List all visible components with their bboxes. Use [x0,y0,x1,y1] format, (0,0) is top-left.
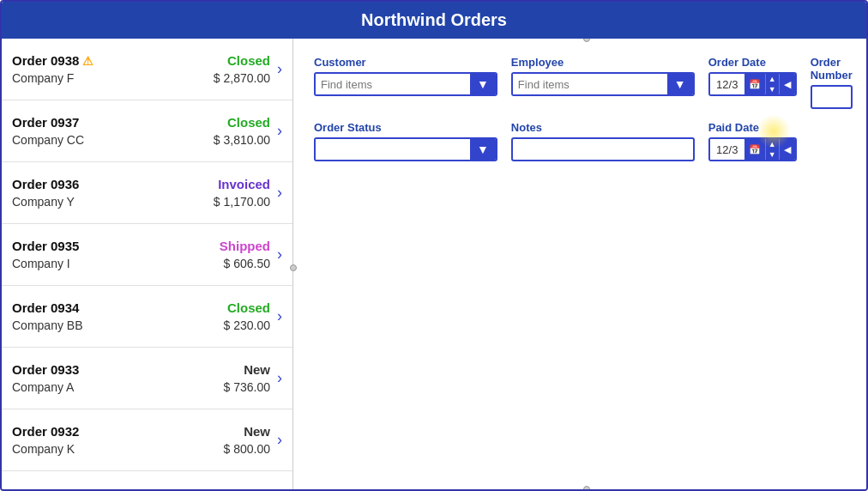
order-date-up[interactable]: ▲ [765,74,779,84]
paid-date-calendar-btn[interactable]: 📅 [744,139,765,160]
employee-field: Employee ▼ [511,56,695,109]
order-status: Closed [227,115,270,130]
main-content: Order 0938⚠ Closed Company F $ 2,870.00 … [2,39,866,489]
paid-date-up[interactable]: ▲ [765,139,779,149]
order-amount: $ 230.00 [224,318,271,332]
order-item[interactable]: Order 0938⚠ Closed Company F $ 2,870.00 … [2,39,292,100]
order-sub-row: Company K $ 800.00 [12,442,270,456]
order-date-label: Order Date [708,56,797,69]
order-company: Company A [12,380,74,394]
order-amount: $ 800.00 [224,442,271,456]
paid-date-field: Paid Date 📅 ▲ ▼ ◀ [708,121,797,161]
order-date-extra-btn[interactable]: ◀ [779,74,795,94]
order-status: Closed [227,300,270,315]
order-info: Order 0933 New Company A $ 736.00 [12,362,270,394]
chevron-right-icon[interactable]: › [277,307,282,325]
app-title: Northwind Orders [361,10,507,29]
customer-input[interactable] [316,74,470,94]
chevron-right-icon[interactable]: › [277,431,282,449]
customer-select[interactable]: ▼ [314,72,497,96]
order-status: Closed [227,53,270,68]
order-title-row: Order 0936 Invoiced [12,177,270,191]
order-status-label: Order Status [314,121,497,134]
order-name: Order 0933 [12,362,79,377]
order-company: Company BB [12,318,82,332]
order-date-calendar-btn[interactable]: 📅 [744,74,765,94]
order-amount: $ 2,870.00 [214,71,270,85]
resize-handle-left[interactable] [290,264,297,271]
order-item[interactable]: Order 0934 Closed Company BB $ 230.00 › [2,286,292,348]
order-title-row: Order 0933 New [12,362,270,377]
chevron-right-icon[interactable]: › [277,184,282,202]
order-info: Order 0938⚠ Closed Company F $ 2,870.00 [12,53,270,85]
order-number-label: Order Number [811,56,853,82]
employee-dropdown-btn[interactable]: ▼ [667,74,693,94]
order-company: Company Y [12,195,75,209]
chevron-right-icon[interactable]: › [277,60,282,78]
order-name: Order 0932 [12,424,79,439]
resize-handle-top[interactable] [583,39,590,42]
notes-input[interactable] [511,137,695,161]
filter-grid: Customer ▼ Employee ▼ Order Da [314,56,853,161]
notes-label: Notes [511,121,695,134]
order-item[interactable]: Order 0935 Shipped Company I $ 606.50 › [2,224,292,286]
order-status-input[interactable] [316,139,470,160]
order-item[interactable]: Order 0937 Closed Company CC $ 3,810.00 … [2,100,292,162]
order-info: Order 0932 New Company K $ 800.00 [12,424,270,456]
app-container: Northwind Orders Order 0938⚠ Closed Comp… [0,0,868,491]
order-status-dropdown-btn[interactable]: ▼ [470,139,496,160]
chevron-right-icon[interactable]: › [277,246,282,264]
order-name: Order 0938⚠ [12,53,93,68]
notes-field: Notes [511,121,695,161]
paid-date-nav: ▲ ▼ [765,139,779,160]
order-sub-row: Company A $ 736.00 [12,380,270,394]
order-company: Company CC [12,133,84,147]
order-sub-row: Company CC $ 3,810.00 [12,133,270,147]
customer-dropdown-btn[interactable]: ▼ [470,74,496,94]
paid-date-down[interactable]: ▼ [765,149,779,160]
order-info: Order 0936 Invoiced Company Y $ 1,170.00 [12,177,270,209]
order-title-row: Order 0937 Closed [12,115,270,130]
order-status-field: Order Status ▼ [314,121,497,161]
order-list: Order 0938⚠ Closed Company F $ 2,870.00 … [2,39,292,471]
order-number-input[interactable] [811,85,853,109]
order-status: Shipped [220,239,270,253]
paid-date-extra-btn[interactable]: ◀ [779,139,795,160]
order-amount: $ 3,810.00 [214,133,270,147]
order-sub-row: Company BB $ 230.00 [12,318,270,332]
resize-handle-bottom[interactable] [583,486,590,489]
order-item[interactable]: Order 0932 New Company K $ 800.00 › [2,409,292,471]
chevron-right-icon[interactable]: › [277,122,282,140]
order-date-nav: ▲ ▼ [765,74,779,94]
order-info: Order 0935 Shipped Company I $ 606.50 [12,239,270,270]
order-item[interactable]: Order 0933 New Company A $ 736.00 › [2,348,292,409]
order-title-row: Order 0938⚠ Closed [12,53,270,68]
order-title-row: Order 0935 Shipped [12,239,270,253]
order-sub-row: Company Y $ 1,170.00 [12,195,270,209]
order-company: Company K [12,442,75,456]
order-date-down[interactable]: ▼ [765,84,779,94]
order-name: Order 0934 [12,300,79,315]
order-company: Company I [12,257,70,270]
customer-field: Customer ▼ [314,56,497,109]
order-date-field: Order Date 📅 ▲ ▼ ◀ [708,56,797,109]
order-status: New [244,362,270,377]
order-status: New [244,424,270,439]
order-item[interactable]: Order 0936 Invoiced Company Y $ 1,170.00… [2,162,292,224]
employee-input[interactable] [513,74,667,94]
filter-panel: Customer ▼ Employee ▼ Order Da [293,39,866,489]
paid-date-input[interactable]: 📅 ▲ ▼ ◀ [708,137,797,161]
order-status-select[interactable]: ▼ [314,137,497,161]
paid-date-label: Paid Date [708,121,797,134]
order-amount: $ 1,170.00 [214,195,270,209]
order-date-input[interactable]: 📅 ▲ ▼ ◀ [708,72,797,96]
order-list-panel[interactable]: Order 0938⚠ Closed Company F $ 2,870.00 … [2,39,293,489]
order-date-text[interactable] [710,74,744,94]
paid-date-text[interactable] [710,139,744,160]
employee-select[interactable]: ▼ [511,72,695,96]
chevron-right-icon[interactable]: › [277,369,282,387]
order-name: Order 0937 [12,115,79,130]
order-number-field: Order Number [811,56,853,109]
employee-label: Employee [511,56,695,69]
order-title-row: Order 0934 Closed [12,300,270,315]
